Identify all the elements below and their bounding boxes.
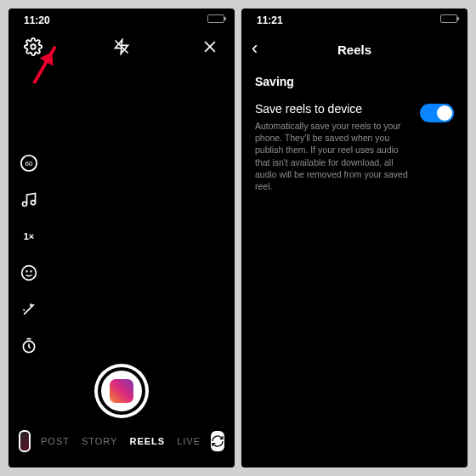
status-time: 11:21 xyxy=(257,14,283,26)
speed-button[interactable]: 1× xyxy=(19,226,39,246)
svg-point-6 xyxy=(23,202,27,207)
close-icon[interactable] xyxy=(199,36,221,58)
gallery-thumbnail[interactable] xyxy=(19,430,31,452)
svg-point-10 xyxy=(31,271,31,272)
settings-header: ‹ Reels xyxy=(241,36,468,63)
switch-camera-icon[interactable] xyxy=(211,431,224,451)
timer-icon[interactable] xyxy=(19,336,39,356)
bottom-bar: POST STORY REELS LIVE xyxy=(8,430,235,452)
camera-screen: 11:20 60 1× xyxy=(8,8,235,468)
flash-off-icon[interactable] xyxy=(110,36,133,58)
svg-point-0 xyxy=(31,44,36,49)
duration-icon[interactable]: 60 xyxy=(19,153,39,173)
status-time: 11:20 xyxy=(24,14,50,26)
effects-face-icon[interactable] xyxy=(19,263,39,283)
mode-selector: POST STORY REELS LIVE xyxy=(41,436,201,446)
mode-story[interactable]: STORY xyxy=(82,436,118,446)
mode-live[interactable]: LIVE xyxy=(177,436,201,446)
settings-screen: 11:21 ‹ Reels Saving Save reels to devic… xyxy=(241,8,468,468)
svg-point-9 xyxy=(26,271,27,272)
battery-icon xyxy=(440,14,457,23)
svg-point-8 xyxy=(22,266,37,280)
status-indicators xyxy=(207,14,224,23)
capture-button[interactable] xyxy=(98,367,145,415)
svg-point-7 xyxy=(31,201,36,205)
magic-wand-icon[interactable] xyxy=(19,299,39,320)
mode-post[interactable]: POST xyxy=(41,436,70,446)
music-icon[interactable] xyxy=(19,190,39,210)
setting-description: Automatically save your reels to your ph… xyxy=(255,120,454,192)
side-toolbar: 60 1× xyxy=(19,153,39,356)
page-title: Reels xyxy=(337,42,371,57)
battery-icon xyxy=(207,14,224,23)
back-chevron-icon[interactable]: ‹ xyxy=(252,37,258,60)
save-reels-toggle[interactable] xyxy=(420,104,454,122)
status-indicators xyxy=(440,14,457,23)
duration-badge: 60 xyxy=(26,160,33,167)
section-label: Saving xyxy=(255,75,294,88)
reels-glyph-icon xyxy=(110,379,133,403)
save-reels-row: Save reels to device Automatically save … xyxy=(255,102,454,192)
mode-reels[interactable]: REELS xyxy=(129,436,165,446)
